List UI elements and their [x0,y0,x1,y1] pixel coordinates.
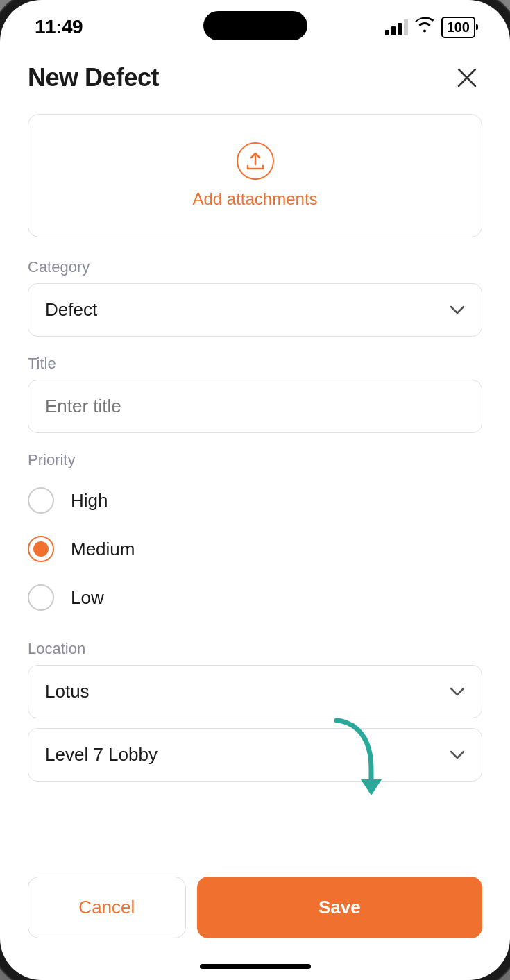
category-dropdown[interactable]: Defect [28,283,482,337]
priority-medium-radio[interactable] [28,536,54,562]
location-level2-dropdown[interactable]: Level 7 Lobby [28,728,482,782]
priority-high-option[interactable]: High [28,476,482,525]
title-field-group: Title [28,355,482,433]
signal-icon [385,19,408,35]
priority-medium-option[interactable]: Medium [28,525,482,573]
location-level1-value: Lotus [45,681,90,702]
location-level1-dropdown[interactable]: Lotus [28,665,482,718]
save-button[interactable]: Save [197,877,482,938]
location-level2-value: Level 7 Lobby [45,744,158,766]
home-indicator [200,964,311,969]
battery-icon: 100 [441,17,475,38]
location-level2-chevron-icon [450,750,465,760]
bottom-buttons: Cancel Save [28,877,482,938]
priority-high-radio[interactable] [28,487,54,514]
battery-level: 100 [447,19,470,35]
upload-area[interactable]: Add attachments [28,114,482,237]
chevron-down-icon [450,305,465,315]
upload-icon [245,151,266,171]
category-value: Defect [45,299,97,321]
title-input[interactable] [28,380,482,433]
location-label: Location [28,640,482,658]
close-button[interactable] [452,62,482,93]
status-time: 11:49 [35,16,83,38]
priority-low-option[interactable]: Low [28,573,482,622]
priority-section: Priority High Medium Low [28,451,482,622]
phone-frame: 11:49 100 New Defect [0,0,510,980]
upload-text: Add attachments [192,189,317,209]
priority-high-label: High [71,490,108,512]
priority-medium-label: Medium [71,539,135,560]
category-field-group: Category Defect [28,258,482,337]
upload-icon-container [237,142,274,180]
main-content: New Defect Add attachments Category [0,42,510,980]
priority-label: Priority [28,451,482,469]
dialog-header: New Defect [28,49,482,114]
category-label: Category [28,258,482,276]
title-label: Title [28,355,482,373]
priority-low-radio[interactable] [28,584,54,611]
dialog-title: New Defect [28,63,159,92]
location-field-group: Location Lotus Level 7 Lobby [28,640,482,782]
location-level1-chevron-icon [450,687,465,697]
status-icons: 100 [385,17,475,38]
dynamic-island [203,11,307,40]
priority-medium-radio-inner [33,541,49,557]
close-icon [456,67,478,89]
wifi-icon [415,17,434,37]
priority-low-label: Low [71,587,104,609]
cancel-button[interactable]: Cancel [28,877,186,938]
